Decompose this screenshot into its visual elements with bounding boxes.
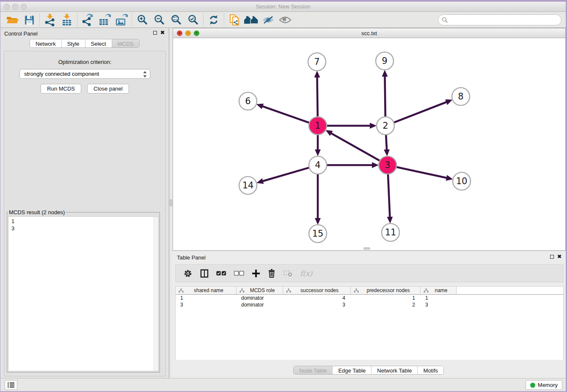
open-folder-icon — [6, 14, 19, 25]
task-history-button[interactable] — [5, 380, 17, 390]
graph-node-8[interactable]: 8 — [452, 88, 470, 105]
home-layout-button[interactable] — [243, 13, 260, 27]
tab-style[interactable]: Style — [61, 39, 85, 47]
import-network-button[interactable] — [41, 13, 58, 27]
column-header-MCDS-role[interactable]: MCDS role — [237, 287, 283, 294]
save-session-button[interactable] — [21, 13, 38, 27]
table-cell[interactable]: 1 — [176, 295, 237, 301]
zoom-in-button[interactable] — [134, 13, 151, 27]
delete-row-icon[interactable] — [268, 269, 275, 278]
graph-node-6[interactable]: 6 — [239, 92, 257, 110]
criterion-dropdown[interactable]: strongly connected component — [19, 69, 150, 79]
deselect-checkboxes-icon[interactable] — [234, 271, 244, 276]
clone-network-button[interactable] — [226, 13, 243, 27]
table-row[interactable]: 1dominator411 — [176, 295, 563, 301]
tab-network-table[interactable]: Network Table — [371, 366, 417, 374]
zoom-selected-button[interactable] — [184, 13, 201, 27]
node-table[interactable]: shared nameMCDS rolesuccessor nodesprede… — [175, 286, 564, 360]
graph-edge-1-7[interactable] — [317, 77, 317, 117]
graph-edge-3-1[interactable] — [331, 133, 380, 161]
search-icon — [442, 17, 448, 23]
add-row-icon[interactable] — [252, 269, 260, 278]
column-header-name[interactable]: name — [421, 287, 457, 294]
open-session-button[interactable] — [4, 13, 21, 27]
table-cell[interactable]: dominator — [237, 295, 283, 301]
graph-edge-2-8[interactable] — [394, 102, 447, 123]
zoom-out-button[interactable] — [151, 13, 168, 27]
table-row[interactable]: 3dominator323 — [176, 301, 563, 308]
float-table-panel-icon[interactable] — [550, 255, 554, 259]
run-mcds-button[interactable]: Run MCDS — [41, 84, 81, 94]
table-cell[interactable]: 3 — [421, 301, 457, 308]
table-header-row: shared nameMCDS rolesuccessor nodesprede… — [176, 287, 563, 295]
tab-network[interactable]: Network — [30, 39, 61, 47]
graph-edge-2-3[interactable] — [386, 134, 387, 150]
memory-button[interactable]: Memory — [526, 380, 562, 390]
table-cell[interactable]: 3 — [176, 301, 237, 308]
graph-node-15[interactable]: 15 — [309, 225, 327, 243]
select-all-checkboxes-icon[interactable] — [216, 271, 226, 276]
graph-edge-3-10[interactable] — [396, 167, 447, 178]
hide-selected-button[interactable] — [260, 13, 277, 27]
table-cell[interactable]: 4 — [283, 295, 351, 301]
graph-node-10[interactable]: 10 — [453, 172, 471, 190]
graph-edge-3-11[interactable] — [388, 174, 390, 217]
tab-edge-table[interactable]: Edge Table — [332, 366, 371, 374]
tab-motifs[interactable]: Motifs — [417, 366, 443, 374]
close-panel-button[interactable]: Close panel — [87, 84, 129, 94]
graph-edge-2-9[interactable] — [385, 76, 385, 117]
table-cell[interactable]: 3 — [283, 301, 351, 308]
clone-network-icon — [228, 14, 240, 26]
graph-edge-1-6[interactable] — [262, 106, 310, 123]
close-panel-icon[interactable]: ✖ — [160, 30, 165, 35]
graph-node-2[interactable]: 2 — [377, 117, 394, 135]
graph-node-11[interactable]: 11 — [382, 224, 399, 241]
network-window-titlebar[interactable]: × − + scc.txt — [173, 28, 565, 38]
graph-node-label: 4 — [315, 160, 320, 170]
zoom-fit-button[interactable] — [168, 13, 184, 27]
column-header-predecessor-nodes[interactable]: predecessor nodes — [351, 287, 421, 294]
network-graph[interactable]: 7968124314101511 — [173, 38, 565, 250]
show-column-panel-icon[interactable] — [200, 269, 209, 278]
search-input[interactable] — [438, 14, 561, 25]
export-network-button[interactable] — [79, 13, 96, 27]
import-table-button[interactable] — [58, 13, 75, 27]
column-header-successor-nodes[interactable]: successor nodes — [283, 287, 351, 294]
table-cell[interactable]: 1 — [351, 295, 421, 301]
splitter-handle[interactable] — [170, 199, 172, 206]
status-bar: Memory — [0, 378, 566, 391]
refresh-view-button[interactable] — [205, 13, 222, 27]
canvas-scroll-handle[interactable] — [363, 247, 370, 250]
graph-node-1[interactable]: 1 — [309, 117, 327, 135]
table-panel-title: Table Panel — [177, 254, 206, 261]
graph-node-label: 11 — [385, 227, 396, 237]
export-network-icon — [81, 14, 94, 26]
graph-node-3[interactable]: 3 — [379, 156, 396, 174]
toolbar-separator — [203, 14, 204, 26]
result-scrollbar[interactable] — [154, 217, 158, 371]
tab-mcds[interactable]: MCDS — [112, 39, 139, 47]
criterion-value: strongly connected component — [24, 71, 99, 77]
main-toolbar — [0, 12, 566, 28]
tab-node-table[interactable]: Node Table — [294, 366, 333, 374]
graph-node-4[interactable]: 4 — [309, 156, 327, 174]
graph-node-7[interactable]: 7 — [308, 53, 326, 71]
graph-node-9[interactable]: 9 — [376, 52, 394, 70]
column-header-shared-name[interactable]: shared name — [176, 287, 237, 294]
graph-node-14[interactable]: 14 — [239, 177, 257, 194]
mcds-result-list[interactable]: 13 — [8, 216, 159, 371]
export-image-button[interactable] — [113, 13, 130, 27]
export-table-button[interactable] — [96, 13, 113, 27]
table-cell[interactable]: dominator — [237, 301, 283, 308]
settings-gear-icon[interactable] — [183, 269, 193, 278]
graph-edge-4-14[interactable] — [263, 168, 310, 181]
network-canvas[interactable]: 7968124314101511 — [173, 38, 565, 250]
zoom-fit-icon — [171, 14, 182, 25]
table-cell[interactable]: 2 — [351, 301, 421, 308]
float-panel-icon[interactable] — [153, 31, 157, 35]
import-network-icon — [44, 14, 56, 26]
close-table-panel-icon[interactable]: ✖ — [557, 254, 561, 259]
show-all-button[interactable] — [277, 13, 294, 27]
table-cell[interactable]: 1 — [421, 295, 457, 301]
tab-select[interactable]: Select — [85, 39, 112, 47]
